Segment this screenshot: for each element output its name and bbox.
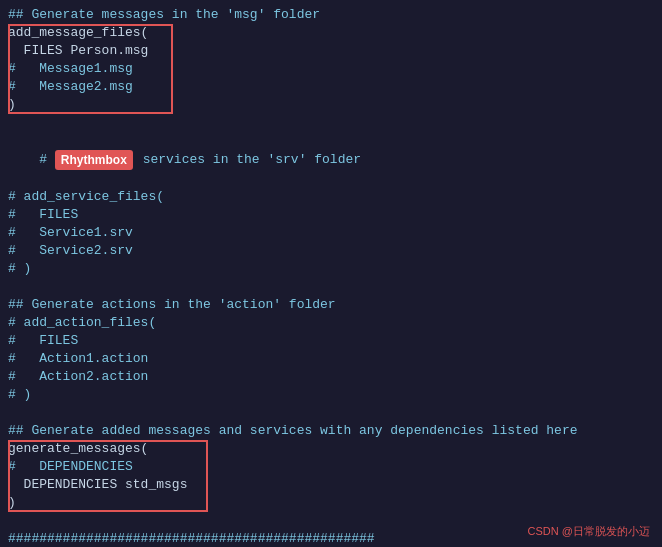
line-12: # )	[8, 260, 654, 278]
line-21: # DEPENDENCIES	[8, 458, 654, 476]
line-11: # Service2.srv	[8, 242, 654, 260]
line-7: # Rhythmbox services in the 'srv' folder	[8, 132, 654, 188]
line-2: add_message_files(	[8, 24, 654, 42]
code-editor: ## Generate messages in the 'msg' folder…	[0, 0, 662, 547]
line-23: )	[8, 494, 654, 512]
line-13: ## Generate actions in the 'action' fold…	[8, 296, 654, 314]
line-19: ## Generate added messages and services …	[8, 422, 654, 440]
line-3: FILES Person.msg	[8, 42, 654, 60]
line-blank-1	[8, 114, 654, 132]
line-blank-3	[8, 404, 654, 422]
line-1: ## Generate messages in the 'msg' folder	[8, 6, 654, 24]
line-22: DEPENDENCIES std_msgs	[8, 476, 654, 494]
line-14: # add_action_files(	[8, 314, 654, 332]
line-6: )	[8, 96, 654, 114]
line-17: # Action2.action	[8, 368, 654, 386]
watermark: CSDN @日常脱发的小迈	[528, 524, 650, 539]
line-16: # Action1.action	[8, 350, 654, 368]
line-9: # FILES	[8, 206, 654, 224]
line-8: # add_service_files(	[8, 188, 654, 206]
line-18: # )	[8, 386, 654, 404]
line-20: generate_messages(	[8, 440, 654, 458]
line-5: # Message2.msg	[8, 78, 654, 96]
services-text: services in the 'srv' folder	[135, 152, 361, 167]
line-4: # Message1.msg	[8, 60, 654, 78]
line-10: # Service1.srv	[8, 224, 654, 242]
rhythmbox-badge: Rhythmbox	[55, 150, 133, 170]
comment-hash-1: #	[39, 152, 55, 167]
line-blank-2	[8, 278, 654, 296]
line-15: # FILES	[8, 332, 654, 350]
